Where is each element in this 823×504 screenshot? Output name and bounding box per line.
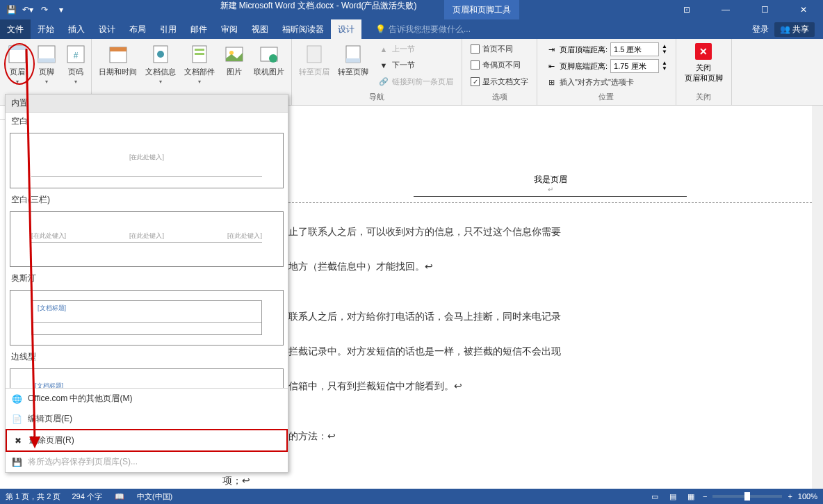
minimize-button[interactable]: —: [712, 0, 740, 19]
insert-align-tab-button[interactable]: ⊞插入"对齐方式"选项卡: [543, 75, 670, 89]
maximize-button[interactable]: ☐: [751, 0, 779, 19]
page-header-text[interactable]: 我是页眉 ↵: [414, 108, 687, 197]
edit-header-menu[interactable]: 📄 编辑页眉(E): [6, 409, 288, 429]
svg-rect-12: [195, 53, 204, 55]
gallery-item-blank[interactable]: [在此处键入]: [10, 133, 284, 188]
close-button[interactable]: ✕: [790, 0, 817, 19]
zoom-level[interactable]: 100%: [798, 492, 817, 501]
gallery-item-blank-3col[interactable]: [在此处键入] [在此处键入] [在此处键入]: [10, 211, 284, 267]
spellcheck-icon[interactable]: 📖: [113, 490, 126, 503]
word-count[interactable]: 294 个字: [72, 491, 101, 502]
footer-dist-icon: ⇤: [546, 60, 557, 72]
svg-rect-3: [38, 58, 55, 63]
next-section-button[interactable]: ▼下一节: [375, 58, 456, 72]
ribbon-display-icon[interactable]: ⊡: [673, 0, 701, 19]
show-doc-text-checkbox[interactable]: 显示文档文字: [468, 75, 531, 88]
svg-rect-17: [307, 46, 321, 63]
tell-me-search[interactable]: 💡 告诉我您想要做什么...: [375, 24, 471, 35]
header-distance-input[interactable]: [610, 42, 659, 56]
chevron-down-icon: ▾: [45, 79, 48, 85]
online-picture-icon: [258, 43, 280, 65]
web-layout-icon[interactable]: ▦: [685, 490, 697, 503]
document-body: 止了联系人之后，可以收到对方的信息，只不过这个信息你需要 地方（拦截信息中）才能…: [288, 203, 812, 489]
edit-icon: 📄: [11, 414, 22, 425]
share-icon: 👥: [780, 24, 790, 34]
chevron-down-icon: ▾: [74, 79, 77, 85]
page-count[interactable]: 第 1 页，共 2 页: [6, 491, 60, 502]
menubar: 文件 开始 插入 设计 布局 引用 邮件 审阅 视图 福昕阅读器 设计 💡 告诉…: [0, 19, 823, 39]
remove-header-menu[interactable]: ✖ 删除页眉(R): [6, 429, 288, 452]
svg-point-9: [157, 51, 164, 58]
globe-icon: 🌐: [11, 393, 22, 405]
menu-foxit[interactable]: 福昕阅读器: [275, 19, 331, 39]
close-x-icon: ✕: [695, 43, 712, 60]
close-header-footer-button[interactable]: ✕ 关闭 页眉和页脚: [679, 40, 728, 90]
gallery-item-label: 边线型: [6, 348, 288, 366]
zoom-out-button[interactable]: −: [703, 492, 707, 501]
menu-design-main[interactable]: 设计: [92, 19, 122, 39]
vertical-scrollbar[interactable]: [812, 106, 823, 489]
delete-icon: ✖: [13, 435, 24, 446]
qat-customize-icon[interactable]: ▾: [56, 4, 67, 15]
menu-design-hf[interactable]: 设计: [331, 19, 361, 39]
link-icon: 🔗: [378, 76, 389, 87]
save-icon: 💾: [11, 457, 22, 468]
document-area[interactable]: 我是页眉 ↵ 止了联系人之后，可以收到对方的信息，只不过这个信息你需要 地方（拦…: [288, 108, 812, 489]
doc-parts-icon: [188, 43, 211, 65]
spinner-icon[interactable]: ▲▼: [662, 60, 667, 72]
spinner-icon[interactable]: ▲▼: [662, 44, 667, 55]
undo-icon[interactable]: ↶▾: [22, 4, 33, 15]
menu-file[interactable]: 文件: [0, 19, 31, 39]
goto-header-icon: [303, 43, 325, 65]
save-icon[interactable]: 💾: [6, 4, 17, 15]
menu-insert[interactable]: 插入: [61, 19, 92, 39]
footer-distance-input[interactable]: [610, 59, 659, 73]
dropdown-header: 内置: [6, 95, 288, 113]
gallery-item-label: 空白(三栏): [6, 191, 288, 209]
zoom-slider[interactable]: [712, 495, 782, 498]
header-dist-icon: ⇥: [546, 44, 557, 55]
picture-icon: [223, 43, 245, 65]
position-group-label: 位置: [540, 90, 673, 104]
align-tab-icon: ⊞: [546, 76, 557, 88]
menu-home[interactable]: 开始: [31, 19, 61, 39]
read-mode-icon[interactable]: ▭: [649, 490, 661, 503]
menu-layout[interactable]: 布局: [122, 19, 153, 39]
document-title: 新建 Microsoft Word 文档.docx - Word(产品激活失败): [220, 0, 417, 19]
zoom-in-button[interactable]: +: [788, 492, 792, 501]
more-headers-office[interactable]: 🌐 Office.com 中的其他页眉(M): [6, 389, 288, 409]
svg-rect-7: [110, 47, 127, 51]
print-layout-icon[interactable]: ▤: [667, 490, 679, 503]
svg-rect-1: [9, 46, 26, 50]
gallery-item-label: 奥斯汀: [6, 270, 288, 287]
menu-references[interactable]: 引用: [153, 19, 184, 39]
save-to-gallery-menu: 💾 将所选内容保存到页眉库(S)...: [6, 452, 288, 472]
diff-odd-even-checkbox[interactable]: 奇偶页不同: [468, 58, 531, 72]
gallery-item-label: 空白: [6, 113, 288, 130]
share-button[interactable]: 👥 共享: [774, 22, 815, 37]
context-tab: 页眉和页脚工具: [444, 0, 519, 19]
login-link[interactable]: 登录: [752, 24, 769, 35]
svg-rect-19: [346, 58, 360, 63]
lightbulb-icon: 💡: [375, 24, 386, 34]
link-prev-button: 🔗链接到前一条页眉: [375, 74, 456, 88]
page-number-icon: #: [65, 43, 87, 65]
menu-review[interactable]: 审阅: [214, 19, 245, 39]
close-group-label: 关闭: [679, 90, 728, 104]
titlebar: 💾 ↶▾ ↷ ▾ 新建 Microsoft Word 文档.docx - Wor…: [0, 0, 823, 19]
gallery-item-sideline[interactable]: [文档标题]: [10, 368, 284, 388]
header-gallery-dropdown: 内置 空白 [在此处键入] 空白(三栏) [在此处键入] [在此处键入] [在此…: [5, 94, 288, 473]
menu-mailings[interactable]: 邮件: [184, 19, 214, 39]
doc-info-icon: [149, 43, 172, 65]
menu-view[interactable]: 视图: [245, 19, 275, 39]
gallery-item-austin[interactable]: [文档标题]: [10, 290, 284, 346]
nav-group-label: 导航: [295, 90, 459, 104]
redo-icon[interactable]: ↷: [39, 4, 50, 15]
language-status[interactable]: 中文(中国): [137, 491, 172, 502]
doc-fragment: 项；↩: [222, 475, 250, 487]
svg-text:#: #: [74, 51, 79, 60]
goto-footer-button[interactable]: 转至页脚: [334, 40, 373, 90]
footer-icon: [35, 43, 58, 65]
chevron-down-icon: ▾: [16, 79, 19, 85]
diff-first-checkbox[interactable]: 首页不同: [468, 42, 531, 56]
